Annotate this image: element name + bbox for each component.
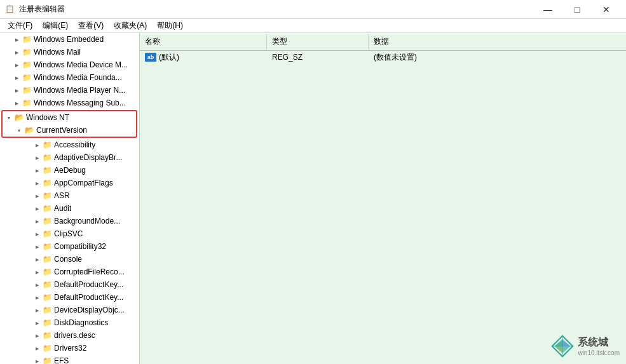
tree-label: Windows Mail xyxy=(34,48,81,57)
tree-label: DiskDiagnostics xyxy=(54,318,108,327)
folder-icon: 📁 xyxy=(42,356,52,364)
watermark-site-name: 系统城 xyxy=(578,336,620,349)
menu-favorites[interactable]: 收藏夹(A) xyxy=(109,19,152,32)
main-content: 📁 Windows Embedded 📁 Windows Mail 📁 Wind… xyxy=(0,33,626,364)
tree-item-win-embedded[interactable]: 📁 Windows Embedded xyxy=(0,33,139,46)
tree-label: Windows Messaging Sub... xyxy=(34,98,126,107)
col-header-name[interactable]: 名称 xyxy=(140,34,267,49)
toggle-icon xyxy=(32,269,42,275)
folder-icon: 📁 xyxy=(22,35,32,44)
cell-type: REG_SZ xyxy=(267,51,369,64)
menu-edit[interactable]: 编辑(E) xyxy=(37,19,73,32)
folder-icon: 📁 xyxy=(42,255,52,264)
watermark: 系统城 win10.itsk.com xyxy=(551,335,620,358)
tree-item-bgmode[interactable]: 📁 BackgroundMode... xyxy=(0,215,139,227)
tree-item-win-media-device[interactable]: 📁 Windows Media Device M... xyxy=(0,58,139,71)
tree-item-adaptive[interactable]: 📁 AdaptiveDisplayBr... xyxy=(0,151,139,164)
folder-icon: 📂 xyxy=(14,113,24,122)
tree-item-appcompat[interactable]: 📁 AppCompatFlags xyxy=(0,177,139,189)
tree-item-defaultprod2[interactable]: 📁 DefaultProductKey... xyxy=(0,291,139,304)
tree-label: Drivers32 xyxy=(54,344,86,353)
tree-label: Compatibility32 xyxy=(54,242,106,251)
maximize-button[interactable]: □ xyxy=(562,0,592,19)
folder-icon: 📁 xyxy=(42,140,52,149)
folder-icon: 📁 xyxy=(42,179,52,187)
tree-item-audit[interactable]: 📁 Audit xyxy=(0,202,139,215)
toggle-icon xyxy=(11,88,22,93)
tree-label: EFS xyxy=(54,356,69,364)
menu-view[interactable]: 查看(V) xyxy=(73,19,109,32)
tree-item-windows-nt[interactable]: 📂 Windows NT xyxy=(3,111,136,124)
tree-label: ClipSVC xyxy=(54,229,83,238)
tree-item-win-media-founda[interactable]: 📁 Windows Media Founda... xyxy=(0,71,139,84)
folder-icon: 📁 xyxy=(22,98,32,107)
toggle-icon xyxy=(32,206,42,212)
tree-label: Windows Media Player N... xyxy=(34,86,125,95)
tree-label: AeDebug xyxy=(54,166,86,175)
tree-item-asr[interactable]: 📁 ASR xyxy=(0,189,139,202)
tree-label: drivers.desc xyxy=(54,331,95,340)
tree-item-corruptedfile[interactable]: 📁 CorruptedFileReco... xyxy=(0,266,139,278)
tree-label: DefaultProductKey... xyxy=(54,280,123,289)
toggle-icon xyxy=(32,307,42,313)
toggle-icon xyxy=(11,75,22,81)
tree-item-diskdiag[interactable]: 📁 DiskDiagnostics xyxy=(0,316,139,329)
folder-icon: 📁 xyxy=(42,267,52,276)
minimize-button[interactable]: — xyxy=(533,0,562,19)
titlebar: 📋 注册表编辑器 — □ ✕ xyxy=(0,0,626,19)
registry-tree[interactable]: 📁 Windows Embedded 📁 Windows Mail 📁 Wind… xyxy=(0,33,140,364)
registry-values: 名称 类型 数据 ab (默认) REG_SZ (数值未设置) xyxy=(140,33,626,364)
tree-item-accessibility[interactable]: 📁 Accessibility xyxy=(0,138,139,151)
tree-item-win-messaging[interactable]: 📁 Windows Messaging Sub... xyxy=(0,97,139,109)
tree-label: Windows Media Founda... xyxy=(34,73,122,82)
table-body: ab (默认) REG_SZ (数值未设置) xyxy=(140,51,626,364)
tree-item-console[interactable]: 📁 Console xyxy=(0,253,139,266)
tree-item-defaultprod1[interactable]: 📁 DefaultProductKey... xyxy=(0,278,139,291)
ab-icon: ab xyxy=(145,53,156,62)
folder-icon: 📁 xyxy=(22,73,32,82)
tree-label: BackgroundMode... xyxy=(54,217,120,226)
cell-name: ab (默认) xyxy=(140,51,267,64)
tree-label: Windows NT xyxy=(26,113,69,122)
menu-file[interactable]: 文件(F) xyxy=(3,19,37,32)
col-header-data[interactable]: 数据 xyxy=(369,34,626,49)
tree-item-devicedisplay[interactable]: 📁 DeviceDisplayObjc... xyxy=(0,304,139,316)
tree-item-win-media-player[interactable]: 📁 Windows Media Player N... xyxy=(0,84,139,97)
toggle-icon xyxy=(32,231,42,237)
tree-label: Windows Embedded xyxy=(34,35,104,44)
col-header-type[interactable]: 类型 xyxy=(267,34,369,49)
folder-icon: 📁 xyxy=(42,344,52,353)
folder-icon: 📁 xyxy=(42,204,52,213)
toggle-icon xyxy=(32,346,42,351)
close-button[interactable]: ✕ xyxy=(592,0,621,19)
tree-item-aedebug[interactable]: 📁 AeDebug xyxy=(0,164,139,177)
toggle-icon xyxy=(32,333,42,339)
toggle-icon xyxy=(11,37,22,43)
tree-item-clipsvc[interactable]: 📁 ClipSVC xyxy=(0,227,139,240)
tree-label: AppCompatFlags xyxy=(54,179,113,187)
folder-icon: 📁 xyxy=(42,166,52,175)
table-row[interactable]: ab (默认) REG_SZ (数值未设置) xyxy=(140,51,626,64)
toggle-icon xyxy=(11,62,22,68)
tree-label: Windows Media Device M... xyxy=(34,60,128,69)
tree-item-compat32[interactable]: 📁 Compatibility32 xyxy=(0,240,139,253)
tree-item-efs[interactable]: 📁 EFS xyxy=(0,354,139,364)
tree-label: CorruptedFileReco... xyxy=(54,267,125,276)
toggle-icon xyxy=(32,295,42,300)
menu-help[interactable]: 帮助(H) xyxy=(152,19,188,32)
toggle-icon xyxy=(32,142,42,148)
folder-icon: 📂 xyxy=(24,126,34,135)
cell-data: (数值未设置) xyxy=(369,51,626,64)
toggle-icon xyxy=(32,219,42,224)
folder-icon: 📁 xyxy=(42,153,52,162)
folder-icon: 📁 xyxy=(22,86,32,95)
tree-label: DefaultProductKey... xyxy=(54,293,123,302)
tree-item-driversdesc[interactable]: 📁 drivers.desc xyxy=(0,329,139,342)
toggle-icon xyxy=(32,257,42,262)
tree-item-drivers32[interactable]: 📁 Drivers32 xyxy=(0,342,139,354)
toggle-icon xyxy=(32,180,42,186)
tree-item-win-mail[interactable]: 📁 Windows Mail xyxy=(0,46,139,58)
tree-item-current-version[interactable]: 📂 CurrentVersion xyxy=(3,124,136,137)
toggle-icon xyxy=(4,115,14,121)
folder-icon: 📁 xyxy=(42,318,52,327)
